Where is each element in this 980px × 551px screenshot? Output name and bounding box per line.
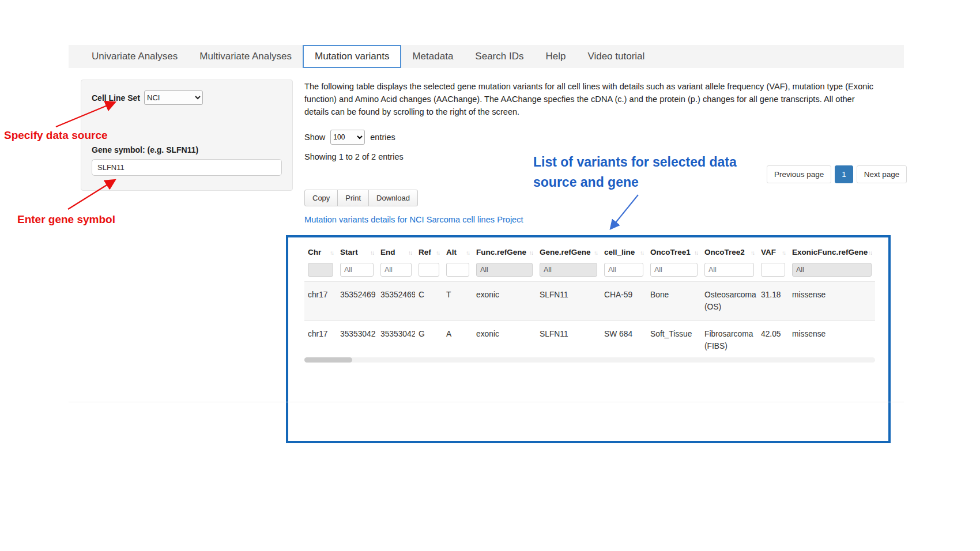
tab-metadata[interactable]: Metadata: [401, 45, 464, 68]
tab-multivariate-analyses[interactable]: Multivariate Analyses: [189, 45, 303, 68]
cell-vaf: 42.05: [757, 321, 789, 360]
filter-func-refgene[interactable]: [476, 263, 533, 277]
filter-exonicfunc-refgene[interactable]: [792, 263, 872, 277]
cell-exonicfunc-refgene: missense: [789, 321, 875, 360]
cell-oncotree1: Bone: [647, 282, 701, 321]
cell-line-set-select[interactable]: NCI: [144, 90, 203, 105]
col-label: Alt: [446, 248, 457, 256]
cell-oncotree2: Fibrosarcoma (FIBS): [701, 321, 757, 360]
cell-gene-refgene: SLFN11: [536, 321, 601, 360]
filter-end[interactable]: [380, 263, 412, 277]
cell-oncotree2: Osteosarcoma (OS): [701, 282, 757, 321]
show-label: Show: [304, 133, 325, 142]
cell-gene-refgene: SLFN11: [536, 282, 601, 321]
cell-alt: T: [443, 282, 473, 321]
export-button-group: Copy Print Download: [304, 190, 418, 206]
annotation-variants-list: List of variants for selected data sourc…: [533, 152, 765, 192]
sort-icon: ↑↓: [529, 250, 533, 256]
col-header-start[interactable]: ↑↓Start: [337, 242, 377, 261]
col-label: Ref: [419, 248, 431, 256]
col-header-gene-refgene[interactable]: ↑↓Gene.refGene: [536, 242, 601, 261]
cell-cell-line: CHA-59: [601, 282, 647, 321]
gene-symbol-input[interactable]: [92, 159, 282, 176]
col-header-end[interactable]: ↑↓End: [377, 242, 415, 261]
col-label: OncoTree2: [704, 248, 745, 256]
filter-alt[interactable]: [446, 263, 469, 277]
page: Univariate Analyses Multivariate Analyse…: [0, 0, 980, 551]
filter-cell-line[interactable]: [604, 263, 643, 277]
col-header-ref[interactable]: ↑↓Ref: [415, 242, 443, 261]
cell-vaf: 31.18: [757, 282, 789, 321]
sort-icon: ↑↓: [436, 250, 439, 256]
filter-oncotree2[interactable]: [704, 263, 754, 277]
print-button[interactable]: Print: [337, 190, 369, 206]
filter-chr[interactable]: [308, 263, 333, 277]
sort-icon: ↑↓: [594, 250, 597, 256]
cell-chr: chr17: [304, 321, 337, 360]
cell-ref: G: [415, 321, 443, 360]
cell-line-set-label: Cell Line Set: [92, 93, 140, 103]
filter-gene-refgene[interactable]: [540, 263, 597, 277]
sort-icon: ↑↓: [694, 250, 698, 256]
previous-page-button[interactable]: Previous page: [767, 165, 831, 183]
cell-end: 35352469: [377, 282, 415, 321]
tab-help[interactable]: Help: [534, 45, 576, 68]
pagination: Previous page 1 Next page: [767, 165, 907, 183]
col-label: OncoTree1: [650, 248, 691, 256]
tab-search-ids[interactable]: Search IDs: [464, 45, 534, 68]
annotation-enter-gene-symbol: Enter gene symbol: [17, 213, 115, 226]
col-header-cell-line[interactable]: ↑↓cell_line: [601, 242, 647, 261]
annotation-specify-data-source: Specify data source: [4, 129, 108, 142]
sort-icon: ↑↓: [466, 250, 469, 256]
gene-symbol-label: Gene symbol: (e.g. SLFN11): [92, 145, 282, 154]
entries-length-select[interactable]: 100: [330, 130, 365, 145]
cell-func-refgene: exonic: [473, 282, 536, 321]
tab-video-tutorial[interactable]: Video tutorial: [576, 45, 655, 68]
tab-univariate-analyses[interactable]: Univariate Analyses: [81, 45, 189, 68]
sort-icon: ↑↓: [408, 250, 412, 256]
table-description: The following table displays the selecte…: [304, 80, 880, 119]
table-row: chr17 35353042 35353042 G A exonic SLFN1…: [304, 321, 875, 360]
cell-exonicfunc-refgene: missense: [789, 282, 875, 321]
filter-oncotree1[interactable]: [650, 263, 698, 277]
horizontal-scrollbar-track[interactable]: [304, 357, 875, 363]
blue-arrow-to-table: [611, 195, 638, 228]
table-row: chr17 35352469 35352469 C T exonic SLFN1…: [304, 282, 875, 321]
filter-vaf[interactable]: [761, 263, 785, 277]
top-nav: Univariate Analyses Multivariate Analyse…: [69, 45, 904, 68]
variants-table: ↑↓Chr ↑↓Start ↑↓End ↑↓Ref ↑↓Alt ↑↓Func.r…: [304, 242, 875, 361]
tab-mutation-variants[interactable]: Mutation variants: [303, 45, 401, 68]
download-button[interactable]: Download: [368, 190, 418, 206]
filter-ref[interactable]: [419, 263, 439, 277]
horizontal-scrollbar-thumb[interactable]: [304, 357, 352, 363]
col-label: Func.refGene: [476, 248, 526, 256]
col-label: ExonicFunc.refGene: [792, 248, 868, 256]
col-label: Start: [340, 248, 358, 256]
copy-button[interactable]: Copy: [304, 190, 338, 206]
col-label: End: [380, 248, 395, 256]
sort-icon: ↑↓: [751, 250, 754, 256]
cell-ref: C: [415, 282, 443, 321]
input-panel: Cell Line Set NCI Gene symbol: (e.g. SLF…: [81, 80, 293, 191]
sort-icon: ↑↓: [330, 250, 333, 256]
col-header-exonicfunc-refgene[interactable]: ↑↓ExonicFunc.refGene: [789, 242, 875, 261]
col-header-alt[interactable]: ↑↓Alt: [443, 242, 473, 261]
col-header-func-refgene[interactable]: ↑↓Func.refGene: [473, 242, 536, 261]
col-label: cell_line: [604, 248, 635, 256]
filter-row: [304, 261, 875, 282]
table-title-link[interactable]: Mutation variants details for NCI Sarcom…: [304, 215, 523, 224]
header-row: ↑↓Chr ↑↓Start ↑↓End ↑↓Ref ↑↓Alt ↑↓Func.r…: [304, 242, 875, 261]
content-bottom-divider: [69, 402, 904, 402]
filter-start[interactable]: [340, 263, 374, 277]
next-page-button[interactable]: Next page: [857, 165, 907, 183]
col-header-vaf[interactable]: ↑↓VAF: [757, 242, 789, 261]
col-header-oncotree2[interactable]: ↑↓OncoTree2: [701, 242, 757, 261]
cell-start: 35352469: [337, 282, 377, 321]
cell-oncotree1: Soft_Tissue: [647, 321, 701, 360]
col-header-oncotree1[interactable]: ↑↓OncoTree1: [647, 242, 701, 261]
col-header-chr[interactable]: ↑↓Chr: [304, 242, 337, 261]
cell-alt: A: [443, 321, 473, 360]
col-label: Chr: [308, 248, 321, 256]
page-number-button[interactable]: 1: [835, 165, 853, 183]
showing-entries-info: Showing 1 to 2 of 2 entries: [304, 152, 404, 161]
